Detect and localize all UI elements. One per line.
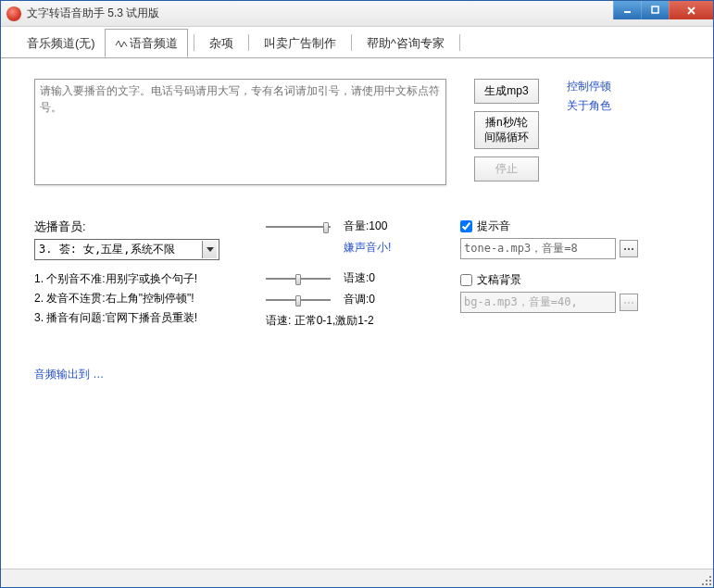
pause-control-link[interactable]: 控制停顿 [567,79,611,94]
text-input[interactable] [34,79,446,185]
tip-3: 3. 播音有问题:官网下播音员重装! [34,310,266,326]
about-role-link[interactable]: 关于角色 [567,98,611,114]
chevron-down-icon [202,241,217,258]
titlebar: 文字转语音助手 5.3 试用版 [1,1,713,27]
app-window: 文字转语音助手 5.3 试用版 音乐频道(无) 语音频道 杂项 叫卖广 [0,0,714,588]
audio-output-link[interactable]: 音频输出到 … [34,367,687,382]
tab-help[interactable]: 帮助^咨询专家 [357,30,454,56]
tab-separator [194,34,194,51]
generate-mp3-button[interactable]: 生成mp3 [474,79,539,104]
tab-bar: 音乐频道(无) 语音频道 杂项 叫卖广告制作 帮助^咨询专家 [1,27,713,58]
pitch-label: 音调:0 [344,292,375,307]
tab-misc[interactable]: 杂项 [200,30,243,56]
announcer-selected: 3. 荟: 女,五星,系统不限 [37,241,202,258]
loop-play-button[interactable]: 播n秒/轮 间隔循环 [474,111,539,149]
waveform-icon [115,38,128,52]
tab-voice[interactable]: 语音频道 [105,29,188,57]
status-bar [1,569,713,587]
resize-grip-icon[interactable] [700,574,711,585]
speed-note: 语速: 正常0-1,激励1-2 [266,313,460,329]
prompt-sound-browse-button[interactable]: ⋯ [620,240,638,257]
tab-ad[interactable]: 叫卖广告制作 [255,30,345,56]
volume-label: 音量:100 [344,219,387,234]
speed-slider[interactable] [266,272,331,285]
tab-separator [351,34,352,51]
window-title: 文字转语音助手 5.3 试用版 [27,6,159,21]
window-controls [613,1,713,19]
tab-separator [459,34,460,51]
volume-too-low-link[interactable]: 嫌声音小! [344,240,460,256]
bg-sound-browse-button[interactable]: ⋯ [620,294,638,311]
svg-marker-4 [207,247,214,252]
bg-sound-label: 文稿背景 [477,272,521,288]
close-button[interactable] [669,1,713,19]
bg-sound-field[interactable]: bg-a.mp3，音量=40, [460,292,616,313]
speed-label: 语速:0 [344,270,375,286]
announcer-select[interactable]: 3. 荟: 女,五星,系统不限 [34,239,219,260]
tab-music[interactable]: 音乐频道(无) [18,30,105,56]
main-panel: 生成mp3 播n秒/轮 间隔循环 停止 控制停顿 关于角色 选播音员: 3. 荟… [1,58,713,569]
tab-voice-label: 语音频道 [130,36,178,50]
volume-slider[interactable] [266,220,331,233]
prompt-sound-checkbox[interactable] [460,220,472,232]
tab-separator [248,34,249,51]
bg-sound-checkbox[interactable] [460,274,472,286]
maximize-button[interactable] [641,1,669,19]
slider-thumb[interactable] [295,295,301,307]
slider-thumb[interactable] [295,274,301,285]
minimize-button[interactable] [613,1,641,19]
prompt-sound-field[interactable]: tone-a.mp3，音量=8 [460,238,616,259]
announcer-label: 选播音员: [34,219,266,235]
app-icon [6,6,21,21]
tips-list: 1. 个别音不准:用别字或换个句子! 2. 发音不连贯:右上角"控制停顿"! 3… [34,271,266,326]
pitch-slider[interactable] [266,294,331,307]
tip-2: 2. 发音不连贯:右上角"控制停顿"! [34,291,266,307]
stop-button[interactable]: 停止 [474,156,539,181]
prompt-sound-label: 提示音 [477,219,510,234]
tip-1: 1. 个别音不准:用别字或换个句子! [34,271,266,287]
slider-thumb[interactable] [323,222,329,233]
svg-rect-1 [652,6,658,13]
